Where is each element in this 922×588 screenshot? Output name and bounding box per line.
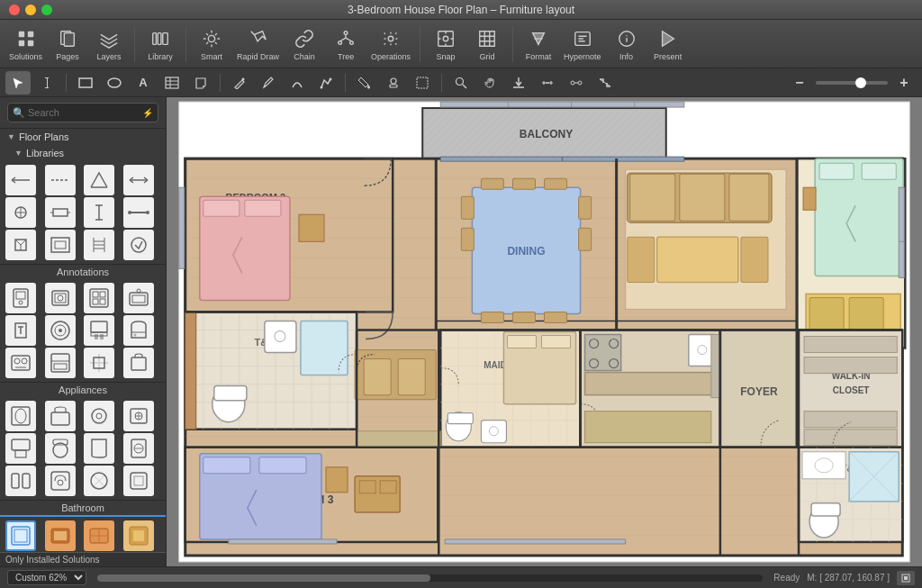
svg-point-57: [58, 295, 63, 301]
svg-point-26: [321, 86, 323, 88]
app-item-2[interactable]: [45, 283, 76, 313]
bath-item-5[interactable]: [5, 433, 36, 464]
lib-item-4[interactable]: [123, 165, 154, 195]
arc-tool[interactable]: [285, 71, 310, 95]
layers-button[interactable]: Layers: [89, 23, 129, 66]
selected-item-2[interactable]: [45, 520, 76, 551]
lib-item-11[interactable]: [84, 230, 114, 260]
svg-point-75: [14, 358, 20, 364]
select-rect-tool[interactable]: [410, 71, 435, 95]
bath-item-7[interactable]: [84, 433, 114, 464]
zoom-slider[interactable]: [816, 81, 888, 85]
app-item-3[interactable]: [84, 283, 114, 313]
search-input[interactable]: [7, 103, 158, 122]
bath-item-3[interactable]: [84, 401, 114, 431]
app-item-10[interactable]: [45, 348, 76, 378]
pen-tool[interactable]: [227, 71, 252, 95]
lib-item-8[interactable]: [123, 197, 154, 228]
pencil-tool[interactable]: [256, 71, 281, 95]
present-button[interactable]: Present: [648, 23, 688, 66]
app-item-8[interactable]: [123, 315, 154, 346]
bath-item-8[interactable]: [123, 433, 154, 464]
operations-button[interactable]: Operations: [367, 23, 414, 66]
lib-item-5[interactable]: [5, 197, 36, 228]
tree-libraries[interactable]: ▼ Libraries: [0, 145, 166, 161]
lib-item-9[interactable]: [5, 230, 36, 260]
canvas-area[interactable]: BALCONY: [167, 97, 922, 566]
bath-item-4[interactable]: [123, 401, 154, 431]
table-tool[interactable]: [159, 71, 185, 95]
tree-button[interactable]: Tree: [326, 23, 366, 66]
cursor-tool[interactable]: [5, 71, 31, 95]
transform-tool[interactable]: [592, 71, 618, 95]
fill-tool[interactable]: [352, 71, 377, 95]
app-item-9[interactable]: [5, 348, 36, 378]
measure-tool[interactable]: [535, 71, 560, 95]
maximize-button[interactable]: [41, 5, 52, 15]
present-icon: [655, 26, 681, 51]
smart-button[interactable]: Smart: [192, 23, 231, 66]
bath-item-2[interactable]: [45, 401, 76, 431]
download-tool[interactable]: [506, 71, 531, 95]
oval-tool[interactable]: [102, 71, 127, 95]
lib-item-1[interactable]: [5, 165, 36, 195]
selected-item-3[interactable]: [84, 520, 114, 551]
stamp-tool[interactable]: [381, 71, 406, 95]
path-tool[interactable]: [313, 71, 339, 95]
zoom-in-button[interactable]: +: [891, 71, 917, 95]
smart-label: Smart: [201, 52, 222, 61]
lib-item-2[interactable]: [45, 165, 76, 195]
library-icon: [148, 26, 173, 51]
zoom-out-button[interactable]: −: [787, 71, 812, 95]
connection-tool[interactable]: [564, 71, 589, 95]
svg-point-27: [330, 77, 332, 80]
app-item-6[interactable]: [45, 315, 76, 346]
scroll-bar[interactable]: [97, 574, 763, 582]
bath-item-6[interactable]: [45, 433, 76, 464]
rect-tool[interactable]: [73, 71, 98, 95]
pages-button[interactable]: Pages: [48, 23, 87, 66]
bath-item-1[interactable]: [5, 401, 36, 431]
lib-item-7[interactable]: [84, 197, 114, 228]
rapid-draw-label: Rapid Draw: [237, 52, 279, 61]
text-cursor-tool[interactable]: [34, 71, 59, 95]
svg-point-15: [443, 36, 448, 41]
zoom-thumb[interactable]: [855, 77, 866, 88]
lib-item-12[interactable]: [123, 230, 154, 260]
app-item-5[interactable]: [5, 315, 36, 346]
zoom-select[interactable]: Custom 62%: [7, 570, 86, 585]
grid-button[interactable]: Grid: [467, 23, 507, 66]
lib-item-3[interactable]: [84, 165, 114, 195]
app-item-4[interactable]: [123, 283, 154, 313]
text-tool[interactable]: A: [131, 71, 156, 95]
bath-item-12[interactable]: [123, 466, 154, 496]
hypernote-button[interactable]: Hypernote: [560, 23, 605, 66]
bath-item-9[interactable]: [5, 466, 36, 496]
app-item-12[interactable]: [123, 348, 154, 378]
svg-rect-282: [445, 539, 625, 544]
tree-floor-plans[interactable]: ▼ Floor Plans: [0, 129, 166, 145]
close-button[interactable]: [9, 5, 20, 15]
info-button[interactable]: Info: [607, 23, 646, 66]
selected-item-1[interactable]: [5, 520, 36, 551]
snap-button[interactable]: Snap: [426, 23, 466, 66]
status-button[interactable]: [897, 571, 915, 585]
rapid-draw-button[interactable]: Rapid Draw: [233, 23, 283, 66]
zoom-tool[interactable]: [448, 71, 474, 95]
svg-rect-265: [259, 457, 306, 474]
chain-button[interactable]: Chain: [285, 23, 324, 66]
lib-item-10[interactable]: [45, 230, 76, 260]
app-item-1[interactable]: [5, 283, 36, 313]
library-button[interactable]: Library: [140, 23, 180, 66]
app-item-11[interactable]: [84, 348, 114, 378]
lib-item-6[interactable]: [45, 197, 76, 228]
hand-tool[interactable]: [477, 71, 502, 95]
app-item-7[interactable]: [84, 315, 114, 346]
format-button[interactable]: Format: [519, 23, 558, 66]
bath-item-10[interactable]: [45, 466, 76, 496]
solutions-button[interactable]: Solutions: [5, 23, 46, 66]
bath-item-11[interactable]: [84, 466, 114, 496]
note-tool[interactable]: [188, 71, 213, 95]
minimize-button[interactable]: [25, 5, 36, 15]
selected-item-4[interactable]: [123, 520, 154, 551]
